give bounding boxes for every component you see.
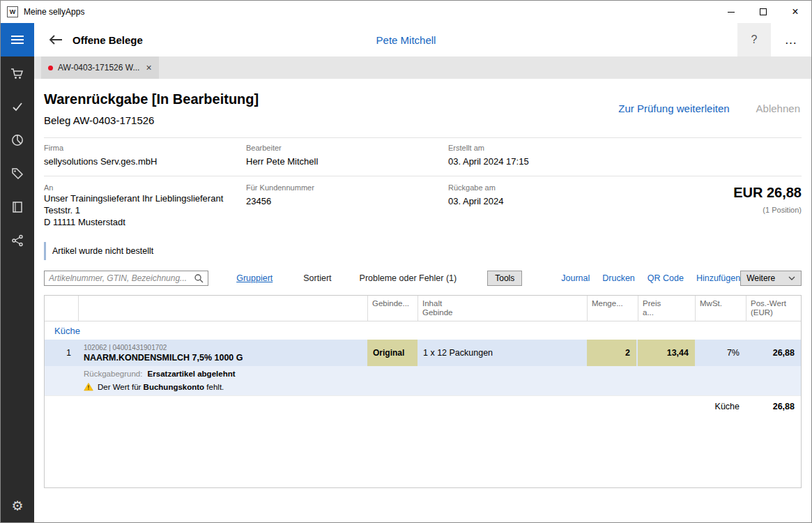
field-kundennummer: Für Kundennummer 23456 — [246, 183, 448, 228]
warning-text: Der Wert für Buchungskonto fehlt. — [98, 383, 224, 391]
sidebar-item-network[interactable] — [1, 224, 34, 257]
note-accent-bar — [44, 242, 46, 260]
sidebar-item-journal[interactable] — [1, 190, 34, 224]
col-header-mwst[interactable]: MwSt. — [695, 296, 746, 321]
table-header-row: Gebinde... Inhalt Gebinde Menge... Preis… — [45, 296, 801, 321]
field-bearbeiter: Bearbeiter Herr Pete Mitchell — [246, 144, 448, 167]
document-number: Beleg AW-0403-171526 — [44, 114, 259, 128]
help-icon: ? — [751, 33, 758, 46]
menge-field[interactable]: 2 — [587, 340, 638, 366]
hamburger-icon — [11, 36, 24, 37]
search-button[interactable] — [194, 273, 208, 283]
search-input[interactable] — [45, 273, 194, 283]
return-reason-row[interactable]: Rückgabegrund: Ersatzartikel abgelehnt — [45, 366, 801, 380]
problems-filter[interactable]: Probleme oder Fehler (1) — [360, 273, 457, 283]
add-link[interactable]: Hinzufügen — [696, 273, 740, 283]
window-controls: × — [715, 1, 811, 23]
check-icon — [10, 100, 24, 114]
position-toolbar: Gruppiert Sortiert Probleme oder Fehler … — [44, 270, 802, 287]
app-logo-icon: W — [7, 6, 18, 17]
maximize-button[interactable] — [747, 1, 779, 23]
article-search — [44, 271, 208, 286]
maximize-icon — [760, 8, 767, 15]
total-amount: EUR 26,88 — [622, 185, 802, 201]
field-erstellt-am: Erstellt am 03. April 2024 17:15 — [448, 144, 802, 167]
info-row-1: Firma sellysolutions Serv.ges.mbH Bearbe… — [44, 137, 802, 176]
app-header: Offene Belege Pete Mitchell ? … — [1, 23, 811, 56]
menu-button[interactable] — [1, 23, 34, 56]
unsaved-dot-icon — [48, 66, 53, 70]
inhalt-gebinde-value: 1 x 12 Packungen — [418, 348, 587, 358]
position-row[interactable]: 1 102062 | 04001431901702 NAARM.KONDENSM… — [45, 340, 801, 366]
print-link[interactable]: Drucken — [602, 273, 635, 283]
group-summary-row: Küche 26,88 — [45, 395, 801, 418]
group-header-kueche[interactable]: Küche — [45, 321, 801, 340]
sidebar: ⚙ — [1, 56, 34, 522]
main-content: Warenrückgabe [In Bearbeitung] Beleg AW-… — [34, 79, 811, 522]
preis-field[interactable]: 13,44 — [638, 340, 695, 366]
gear-icon: ⚙ — [11, 498, 23, 514]
forward-for-review-button[interactable]: Zur Prüfung weiterleiten — [618, 103, 729, 114]
summary-group-value: 26,88 — [746, 402, 801, 411]
journal-link[interactable]: Journal — [561, 273, 590, 283]
ellipsis-icon: … — [785, 33, 798, 47]
col-header-gebinde[interactable]: Gebinde... — [367, 296, 418, 321]
article-codes: 102062 | 04001431901702 — [84, 344, 362, 351]
field-firma: Firma sellysolutions Serv.ges.mbH — [44, 144, 246, 167]
position-number: 1 — [45, 348, 78, 358]
header-more-button[interactable]: … — [771, 23, 811, 56]
sidebar-item-cart[interactable] — [1, 56, 34, 90]
qr-code-link[interactable]: QR Code — [648, 273, 684, 283]
summary-group-label: Küche — [695, 402, 746, 411]
search-icon — [194, 273, 204, 283]
positions-table: Gebinde... Inhalt Gebinde Menge... Preis… — [44, 295, 802, 488]
document-total: EUR 26,88 (1 Position) — [622, 183, 802, 228]
chevron-down-icon — [788, 276, 795, 280]
tab-close-icon[interactable]: × — [146, 63, 151, 73]
app-window: W Meine sellyApps × Offene Belege Pete M… — [0, 0, 812, 523]
warning-row[interactable]: Der Wert für Buchungskonto fehlt. — [45, 380, 801, 395]
close-icon: × — [792, 6, 798, 17]
field-rueckgabe-am: Rückgabe am 03. April 2024 — [448, 183, 622, 228]
warning-icon — [84, 382, 93, 391]
tag-icon — [10, 167, 24, 181]
article-cell: 102062 | 04001431901702 NAARM.KONDENSMIL… — [78, 342, 367, 365]
current-user[interactable]: Pete Mitchell — [376, 34, 436, 46]
help-button[interactable]: ? — [737, 23, 771, 56]
col-header-pos-wert[interactable]: Pos.-Wert (EUR) — [746, 296, 801, 321]
col-header-article — [78, 296, 367, 321]
tools-button[interactable]: Tools — [487, 271, 522, 286]
position-count: (1 Position) — [622, 206, 802, 214]
sidebar-item-prices[interactable] — [1, 157, 34, 190]
grouped-toggle[interactable]: Gruppiert — [236, 273, 273, 283]
close-button[interactable]: × — [779, 1, 811, 23]
col-header-inhalt-gebinde[interactable]: Inhalt Gebinde — [418, 296, 587, 321]
tab-document[interactable]: AW-0403-171526 W... × — [41, 56, 159, 79]
col-header-preis[interactable]: Preis a... — [638, 296, 695, 321]
sidebar-item-statistics[interactable] — [1, 123, 34, 157]
gebinde-badge[interactable]: Original — [367, 340, 418, 366]
more-actions-dropdown[interactable]: Weitere — [740, 271, 802, 286]
mwst-value: 7% — [695, 348, 746, 358]
document-note: Artikel wurde nicht bestellt — [44, 242, 802, 260]
minimize-button[interactable] — [715, 1, 747, 23]
titlebar: W Meine sellyApps × — [1, 1, 811, 23]
back-arrow-icon — [49, 35, 63, 45]
position-value: 26,88 — [746, 348, 801, 358]
share-icon — [10, 234, 24, 248]
tab-bar: AW-0403-171526 W... × — [34, 56, 811, 79]
cart-icon — [10, 66, 25, 80]
page-title: Offene Belege — [72, 34, 143, 46]
reject-button[interactable]: Ablehnen — [756, 103, 800, 114]
minimize-icon — [728, 12, 735, 13]
col-header-num — [45, 296, 78, 321]
sidebar-item-settings[interactable]: ⚙ — [1, 489, 34, 522]
window-title: Meine sellyApps — [24, 7, 84, 17]
sorted-toggle[interactable]: Sortiert — [303, 273, 331, 283]
tab-label: AW-0403-171526 W... — [58, 63, 139, 73]
table-empty-area — [45, 418, 801, 487]
article-name: NAARM.KONDENSMILCH 7,5% 1000 G — [84, 353, 362, 363]
col-header-menge[interactable]: Menge... — [587, 296, 638, 321]
sidebar-item-tasks[interactable] — [1, 90, 34, 123]
back-button[interactable] — [43, 23, 68, 56]
